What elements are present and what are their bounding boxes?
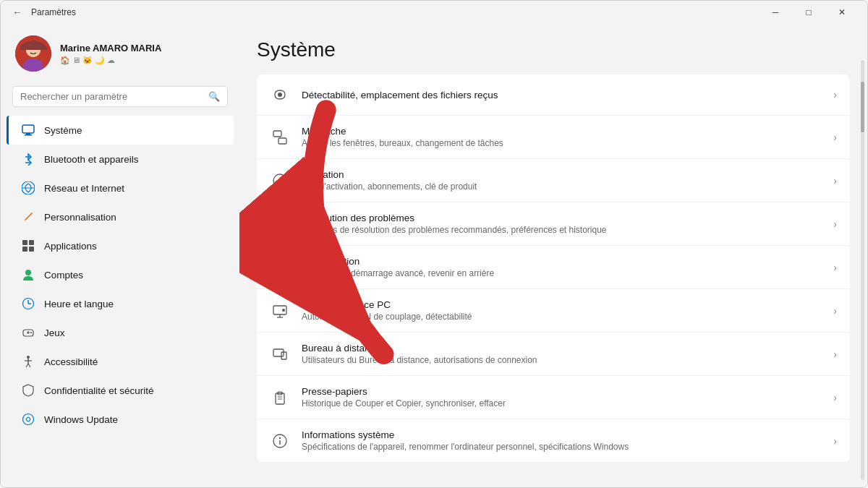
heure-icon [21,296,35,311]
svg-rect-15 [22,247,27,252]
settings-item-bureau[interactable]: Bureau à distance Utilisateurs du Bureau… [257,333,850,376]
search-input[interactable] [20,91,203,102]
personnalisation-icon [21,210,35,224]
windowsupdate-icon [21,412,35,427]
confidentialite-icon [21,383,35,398]
activation-text: Activation État d'activation, abonnement… [302,169,822,192]
svg-rect-16 [29,247,34,252]
minimize-button[interactable]: ─ [759,1,792,24]
settings-item-activation[interactable]: Activation État d'activation, abonnement… [257,159,850,202]
sidebar-item-windowsupdate[interactable]: Windows Update [7,405,234,434]
scrollbar-track[interactable] [861,60,864,480]
titlebar-left: ← Paramètres [9,7,76,18]
infos-title: Informations système [302,429,822,440]
multitache-icon [270,127,290,147]
pressepapiers-title: Presse-papiers [302,386,822,397]
scrollbar-thumb[interactable] [861,82,864,132]
infos-text: Informations système Spécifications de l… [302,429,822,452]
activation-title: Activation [302,169,822,180]
jeux-icon [21,325,35,340]
systeme-icon [21,123,35,137]
settings-item-pressepapiers[interactable]: Presse-papiers Historique de Couper et C… [257,376,850,419]
settings-item-resolution[interactable]: Résolution des problèmes Utilitaires de … [257,202,850,246]
sidebar-item-accessibilite[interactable]: Accessibilité [7,347,234,376]
svg-rect-8 [25,134,32,136]
sidebar-item-accessibilite-label: Accessibilité [44,356,98,367]
settings-item-multitache[interactable]: Multitâche Ancrer les fenêtres, bureaux,… [257,116,850,159]
titlebar: ← Paramètres ─ □ ✕ [1,1,867,24]
svg-rect-7 [26,133,30,134]
main-content: Système Détectabilité, emplacement des f… [239,24,867,487]
sidebar-item-systeme[interactable]: Système [7,116,234,145]
activation-desc: État d'activation, abonnements, clé de p… [302,181,822,192]
detectabilite-icon [270,85,290,105]
resolution-chevron: › [833,218,837,230]
sidebar-item-personnalisation-label: Personnalisation [44,212,116,223]
user-section[interactable]: Marine AMARO MARIA 🏠 🖥 🐱 🌙 ☁ [1,24,239,83]
svg-rect-6 [22,125,34,133]
projection-icon [270,301,290,321]
settings-item-recuperation[interactable]: Récupération Réinitialiser, démarrage av… [257,246,850,289]
sidebar-item-confidentialite-label: Confidentialité et sécurité [44,385,154,396]
recuperation-icon [270,257,290,278]
accessibilite-icon [21,354,35,369]
svg-rect-32 [273,131,281,137]
svg-point-30 [23,414,34,425]
recuperation-desc: Réinitialiser, démarrage avancé, revenir… [302,268,822,278]
infos-chevron: › [833,435,837,447]
sidebar-item-applications[interactable]: Applications [7,231,234,260]
bluetooth-icon [21,152,35,166]
pressepapiers-chevron: › [833,392,837,403]
search-box[interactable]: 🔍 [12,86,228,107]
titlebar-controls: ─ □ ✕ [759,1,859,24]
applications-icon [21,239,35,253]
close-button[interactable]: ✕ [825,1,859,24]
sidebar-item-comptes[interactable]: Comptes [7,260,234,289]
titlebar-title: Paramètres [31,7,76,17]
sidebar: Marine AMARO MARIA 🏠 🖥 🐱 🌙 ☁ 🔍 Systèm [1,24,239,487]
projection-text: Projection sur ce PC Autorisations, PIN … [302,299,822,322]
user-name: Marine AMARO MARIA [60,43,161,53]
bureau-title: Bureau à distance [302,343,822,354]
pressepapiers-desc: Historique de Couper et Copier, synchron… [302,398,822,408]
svg-point-24 [30,332,32,333]
multitache-desc: Ancrer les fenêtres, bureaux, changement… [302,138,822,148]
svg-point-39 [282,309,285,312]
svg-rect-33 [278,138,286,144]
sidebar-item-heure[interactable]: Heure et langue [7,289,234,318]
svg-line-28 [26,364,28,367]
search-icon: 🔍 [208,91,220,102]
projection-title: Projection sur ce PC [302,299,822,310]
back-button[interactable]: ← [9,7,25,18]
svg-point-25 [27,356,30,359]
svg-point-34 [273,174,286,187]
avatar [15,35,51,72]
sidebar-item-bluetooth[interactable]: Bluetooth et appareils [7,145,234,174]
resolution-desc: Utilitaires de résolution des problèmes … [302,225,822,235]
svg-point-31 [278,93,282,97]
projection-chevron: › [833,305,837,317]
bureau-text: Bureau à distance Utilisateurs du Bureau… [302,343,822,365]
user-icons: 🏠 🖥 🐱 🌙 ☁ [60,56,161,65]
multitache-text: Multitâche Ancrer les fenêtres, bureaux,… [302,126,822,148]
projection-desc: Autorisations, PIN de couplage, détectab… [302,312,822,322]
settings-list: Détectabilité, emplacement des fichiers … [257,74,850,462]
nav-list: Système Bluetooth et appareils Réseau et… [1,116,239,434]
detectabilite-text: Détectabilité, emplacement des fichiers … [302,90,822,100]
detectabilite-title: Détectabilité, emplacement des fichiers … [302,90,822,100]
settings-window: ← Paramètres ─ □ ✕ [0,0,868,488]
svg-line-29 [28,364,30,367]
settings-item-projection[interactable]: Projection sur ce PC Autorisations, PIN … [257,289,850,333]
settings-item-infos[interactable]: Informations système Spécifications de l… [257,419,850,462]
sidebar-item-jeux-label: Jeux [44,328,65,338]
sidebar-item-jeux[interactable]: Jeux [7,318,234,347]
multitache-chevron: › [833,132,837,143]
sidebar-item-reseau[interactable]: Réseau et Internet [7,174,234,202]
sidebar-item-personnalisation[interactable]: Personnalisation [7,202,234,231]
comptes-icon [21,267,35,282]
maximize-button[interactable]: □ [792,1,825,24]
sidebar-item-heure-label: Heure et langue [44,299,114,309]
settings-item-detectabilite[interactable]: Détectabilité, emplacement des fichiers … [257,74,850,116]
sidebar-item-confidentialite[interactable]: Confidentialité et sécurité [7,376,234,405]
reseau-icon [21,181,35,195]
